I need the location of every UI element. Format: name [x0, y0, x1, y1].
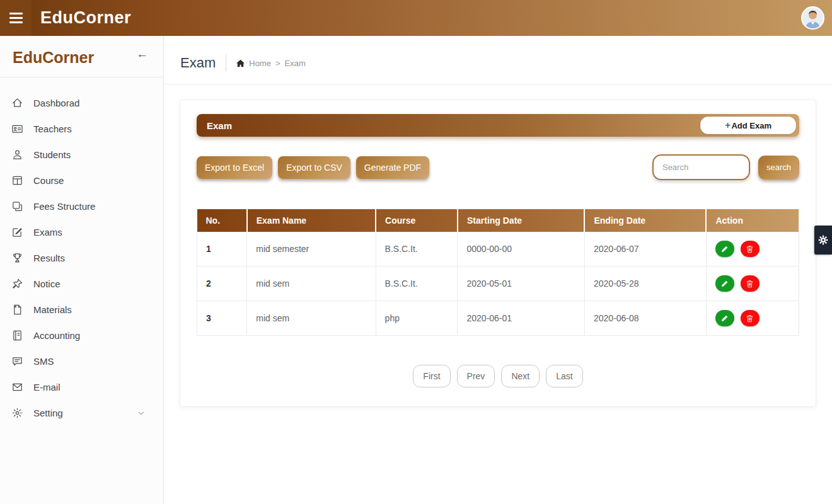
window-icon — [11, 175, 23, 186]
cell-exam-name: mid semester — [247, 232, 376, 266]
sidebar-item-dashboard[interactable]: Dashborad — [0, 90, 163, 116]
header-course: Course — [376, 209, 458, 232]
sidebar-item-label: Dashborad — [33, 98, 79, 108]
cell-actions — [706, 266, 799, 301]
sidebar-menu: Dashborad Teachers Students Course — [0, 77, 163, 432]
trash-icon — [746, 280, 754, 288]
cell-course: php — [376, 301, 458, 336]
chat-icon — [11, 355, 23, 367]
pin-icon — [11, 278, 23, 290]
trash-icon — [746, 245, 754, 253]
cell-no: 1 — [197, 232, 247, 266]
sidebar-item-setting[interactable]: Setting — [0, 400, 163, 426]
hamburger-menu-button[interactable] — [0, 0, 32, 36]
main-content: Exam Home > Exam Exam + Add Exam Export … — [164, 36, 832, 504]
pagination-next-button[interactable]: Next — [501, 365, 540, 387]
pagination: First Prev Next Last — [197, 365, 799, 387]
search-group: search — [652, 154, 799, 180]
search-button[interactable]: search — [758, 156, 799, 180]
cell-no: 3 — [197, 301, 247, 336]
sidebar-item-label: Accounting — [33, 330, 80, 341]
exam-panel-card: Exam + Add Exam Export to Excel Export t… — [180, 100, 816, 407]
breadcrumb-separator: > — [275, 59, 280, 68]
ledger-icon — [11, 329, 23, 341]
sidebar-item-accounting[interactable]: Accounting — [0, 323, 163, 348]
sidebar-item-label: Fees Structure — [33, 201, 95, 212]
pencil-icon — [720, 314, 729, 323]
delete-row-button[interactable] — [741, 241, 760, 257]
sidebar-brand-title: EduCorner — [13, 49, 94, 66]
table-row: 2 mid sem B.S.C.It. 2020-05-01 2020-05-2… — [197, 266, 799, 301]
sidebar-item-sms[interactable]: SMS — [0, 348, 163, 374]
id-card-icon — [11, 123, 23, 135]
export-csv-button[interactable]: Export to CSV — [278, 156, 350, 179]
search-input[interactable] — [652, 154, 750, 180]
plus-icon: + — [725, 120, 731, 131]
gear-icon — [818, 234, 829, 246]
edit-row-button[interactable] — [715, 310, 734, 326]
breadcrumb: Home > Exam — [236, 59, 306, 68]
cell-ending-date: 2020-05-28 — [584, 266, 706, 301]
sidebar-item-exams[interactable]: Exams — [0, 219, 163, 245]
app-brand-title: EduCorner — [40, 8, 131, 28]
cell-course: B.S.C.It. — [376, 232, 458, 266]
sidebar-item-label: Setting — [33, 408, 63, 418]
sidebar-item-students[interactable]: Students — [0, 142, 163, 168]
export-excel-button[interactable]: Export to Excel — [197, 156, 272, 179]
panel-title: Exam — [207, 120, 232, 131]
generate-pdf-button[interactable]: Generate PDF — [356, 156, 429, 179]
cell-actions — [706, 232, 799, 266]
user-avatar[interactable] — [801, 6, 824, 30]
delete-row-button[interactable] — [741, 310, 760, 326]
copies-icon — [11, 200, 23, 212]
breadcrumb-home-icon — [236, 59, 245, 67]
pagination-first-button[interactable]: First — [413, 365, 450, 387]
add-exam-button[interactable]: + Add Exam — [700, 117, 796, 134]
cell-starting-date: 0000-00-00 — [458, 232, 585, 266]
title-divider — [226, 55, 226, 71]
gear-icon — [11, 407, 23, 419]
avatar-photo — [802, 8, 823, 28]
sidebar-item-label: Materials — [33, 304, 72, 315]
table-header-row: No. Exam Name Course Starting Date Endin… — [197, 209, 799, 232]
header-exam-name: Exam Name — [247, 209, 376, 232]
sidebar-item-label: E-mail — [33, 382, 61, 392]
cell-no: 2 — [197, 266, 247, 301]
cell-starting-date: 2020-05-01 — [458, 266, 585, 301]
pagination-prev-button[interactable]: Prev — [457, 365, 495, 387]
sidebar-item-materials[interactable]: Materials — [0, 297, 163, 323]
breadcrumb-current: Exam — [285, 59, 306, 68]
sidebar-item-fees-structure[interactable]: Fees Structure — [0, 193, 163, 219]
sidebar-collapse-button[interactable]: ← — [136, 47, 148, 61]
table-row: 3 mid sem php 2020-06-01 2020-06-08 — [197, 301, 799, 336]
cell-exam-name: mid sem — [247, 301, 376, 336]
edit-icon — [11, 226, 23, 238]
edit-row-button[interactable] — [715, 241, 734, 257]
file-icon — [11, 304, 23, 316]
sidebar-item-teachers[interactable]: Teachers — [0, 116, 163, 142]
sidebar-item-label: Course — [33, 175, 64, 186]
header-starting-date: Starting Date — [458, 209, 585, 232]
cell-starting-date: 2020-06-01 — [458, 301, 585, 336]
edit-row-button[interactable] — [715, 275, 734, 292]
sidebar-item-results[interactable]: Results — [0, 245, 163, 271]
sidebar-item-notice[interactable]: Notice — [0, 271, 163, 297]
sidebar-item-email[interactable]: E-mail — [0, 374, 163, 400]
header-no: No. — [197, 209, 247, 232]
table-toolbar: Export to Excel Export to CSV Generate P… — [197, 154, 799, 180]
sidebar: EduCorner ← Dashborad Teachers Students — [0, 36, 164, 504]
add-exam-label: Add Exam — [731, 121, 771, 130]
breadcrumb-home-link[interactable]: Home — [249, 59, 271, 68]
sidebar-header: EduCorner ← — [0, 36, 163, 77]
header-ending-date: Ending Date — [584, 209, 706, 232]
delete-row-button[interactable] — [741, 275, 760, 292]
cell-ending-date: 2020-06-07 — [584, 232, 706, 266]
sidebar-item-course[interactable]: Course — [0, 168, 163, 193]
sidebar-item-label: Notice — [33, 278, 61, 289]
page-header: Exam Home > Exam — [164, 36, 832, 84]
trophy-icon — [11, 252, 23, 264]
exam-table: No. Exam Name Course Starting Date Endin… — [197, 209, 799, 336]
pagination-last-button[interactable]: Last — [546, 365, 582, 387]
theme-settings-tab[interactable] — [814, 226, 832, 255]
sidebar-item-label: SMS — [33, 356, 54, 367]
